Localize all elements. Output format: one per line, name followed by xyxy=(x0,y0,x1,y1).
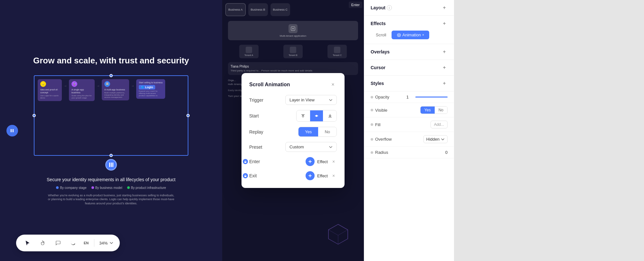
replay-label: Replay xyxy=(249,129,269,135)
fill-add-button[interactable]: Add... xyxy=(431,121,448,128)
tag-dot-green xyxy=(127,186,130,189)
flow-node-2[interactable]: 🔮 A single-app business Scale using the … xyxy=(69,79,95,101)
start-btn-top[interactable] xyxy=(297,110,309,121)
fill-label-group: Fill xyxy=(371,122,381,127)
opacity-label: Opacity xyxy=(375,95,389,99)
opacity-property: Opacity 1 xyxy=(364,91,454,103)
preset-label: Preset xyxy=(249,144,269,150)
toolbar-comment-icon[interactable] xyxy=(53,238,63,248)
animation-tab-close[interactable]: × xyxy=(422,33,424,37)
cursor-add-button[interactable]: + xyxy=(441,64,448,71)
overflow-value: Hidden xyxy=(426,137,440,142)
tab-business-a[interactable]: Business A xyxy=(225,3,246,16)
layout-section-header: Layout i + xyxy=(371,5,448,11)
toolbar-hand-icon[interactable] xyxy=(38,238,48,248)
radius-label-group: Radius xyxy=(371,150,388,155)
tab-business-c[interactable]: Business C xyxy=(270,3,290,16)
trigger-chevron-icon xyxy=(329,98,333,102)
cube-decoration xyxy=(325,221,351,248)
start-label: Start xyxy=(249,113,269,118)
node-icon-3: 🏥 xyxy=(104,81,110,87)
modal-close-button[interactable]: × xyxy=(329,81,337,89)
overlays-title: Overlays xyxy=(371,49,390,54)
svg-rect-15 xyxy=(244,176,246,177)
modal-header: Scroll Animation × xyxy=(249,81,337,89)
tenant-a-card[interactable]: Tenant A xyxy=(239,45,259,58)
animation-tab[interactable]: Animation × xyxy=(392,31,430,39)
visible-label-group: Visible xyxy=(371,108,387,113)
exit-effect-row: Effect × xyxy=(306,171,337,180)
opacity-value-group: 1 xyxy=(406,95,448,99)
enter-effect-label: Effect xyxy=(317,159,328,164)
enter-add-effect-button[interactable] xyxy=(306,157,315,166)
toolbar: EN 34% xyxy=(16,235,120,251)
effects-add-button[interactable]: + xyxy=(441,20,448,27)
flow-node-4[interactable]: Start selling to business 🔷 Logto Expand… xyxy=(136,79,165,99)
fill-dot xyxy=(371,123,373,126)
styles-section: Styles + xyxy=(364,76,454,91)
flow-node-1[interactable]: 💡 Idea and proof-of-concept Use Logto fo… xyxy=(38,79,62,101)
flow-node-3[interactable]: 🏥 A multi-app business Build multiple pl… xyxy=(102,79,129,101)
exit-add-effect-button[interactable] xyxy=(306,171,315,180)
layout-add-button[interactable]: + xyxy=(441,5,448,11)
canvas-content: Grow and scale, with trust and security … xyxy=(0,0,222,261)
exit-effect-remove[interactable]: × xyxy=(330,172,337,179)
styles-add-button[interactable]: + xyxy=(441,80,448,87)
trigger-select[interactable]: Layer in View xyxy=(285,95,337,105)
start-btn-bottom[interactable] xyxy=(324,110,336,121)
effects-section: Effects + Scroll Animation × xyxy=(364,16,454,44)
right-sidebar: Layout i + Effects + Scroll Animation × xyxy=(364,0,454,261)
replay-yes-button[interactable]: Yes xyxy=(298,127,318,136)
visible-no-button[interactable]: No xyxy=(435,107,447,114)
toolbar-lang-icon[interactable]: EN xyxy=(83,238,89,248)
replay-row: Replay Yes No xyxy=(249,127,337,137)
node-icon-1: 💡 xyxy=(40,81,46,87)
visible-yes-button[interactable]: Yes xyxy=(421,107,435,114)
tenant-b-card[interactable]: Tenant B xyxy=(283,45,303,58)
enter-effect-row: Effect × xyxy=(306,157,337,166)
handle-right[interactable] xyxy=(186,114,190,117)
exit-lock-icon xyxy=(243,173,248,178)
tag-dot-blue xyxy=(56,186,59,189)
svg-rect-12 xyxy=(244,162,246,163)
tab-business-b[interactable]: Business B xyxy=(248,3,268,16)
enter-lock-icon xyxy=(243,159,248,164)
layout-title-group: Layout i xyxy=(371,5,392,10)
radius-dot xyxy=(371,151,373,154)
toolbar-cursor-icon[interactable] xyxy=(23,238,33,248)
layout-info-icon[interactable]: i xyxy=(387,5,392,10)
toolbar-zoom[interactable]: 34% xyxy=(99,241,113,246)
replay-no-button[interactable]: No xyxy=(318,127,336,136)
canvas-description: Whether you're evolving as a multi-produ… xyxy=(47,193,175,206)
chevron-down-icon xyxy=(109,241,113,245)
opacity-slider[interactable] xyxy=(415,97,448,98)
visible-yes-no-group: Yes No xyxy=(420,106,448,114)
start-btn-center[interactable] xyxy=(310,110,323,121)
tenant-c-card[interactable]: Tenant C xyxy=(327,45,347,58)
visible-label: Visible xyxy=(375,108,387,113)
scroll-animation-modal: Scroll Animation × Trigger Layer in View… xyxy=(242,73,345,188)
overflow-select[interactable]: Hidden xyxy=(423,135,448,143)
tag-business-model: By business model xyxy=(91,186,122,190)
cursor-section: Cursor + xyxy=(364,60,454,76)
scroll-tab[interactable]: Scroll xyxy=(371,31,392,39)
overlays-add-button[interactable]: + xyxy=(441,49,448,55)
handle-bottom[interactable] xyxy=(109,154,113,157)
exit-row: Exit Ef xyxy=(249,171,337,180)
cursor-title: Cursor xyxy=(371,65,385,70)
toolbar-moon-icon[interactable] xyxy=(68,238,78,248)
preset-select[interactable]: Custom xyxy=(285,142,337,152)
tag-dot-purple xyxy=(91,186,94,189)
handle-left[interactable] xyxy=(33,114,36,117)
canvas-tabs-row: Business A Business B Business C xyxy=(225,3,361,16)
radius-value: 0 xyxy=(445,150,448,155)
handle-top[interactable] xyxy=(109,74,113,77)
opacity-label-group: Opacity xyxy=(371,95,389,99)
preset-chevron-icon xyxy=(329,145,333,149)
enter-control: Effect × xyxy=(269,157,337,166)
styles-title: Styles xyxy=(371,81,384,86)
tag-product-infra: By product infrastructure xyxy=(127,186,166,190)
enter-effect-remove[interactable]: × xyxy=(330,158,337,165)
animation-plus-icon xyxy=(397,33,401,37)
opacity-dot xyxy=(371,96,373,98)
